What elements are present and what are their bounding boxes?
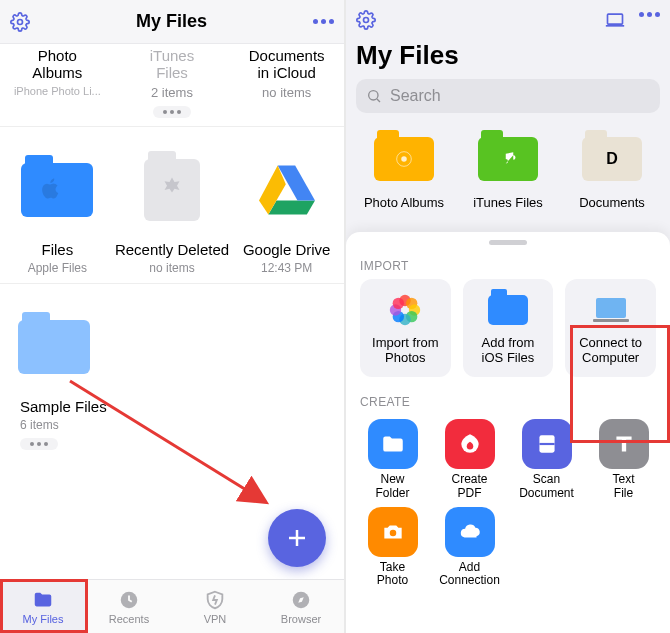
more-menu-icon[interactable] [639, 12, 660, 28]
create-label: NewFolder [375, 473, 409, 501]
connect-to-computer[interactable]: Connect toComputer [565, 279, 656, 377]
folder-icon: D [582, 137, 642, 181]
folder-icon [488, 290, 528, 330]
search-icon [366, 88, 382, 104]
tab-browser[interactable]: Browser [258, 580, 344, 633]
item-label: iTunesFiles [115, 48, 230, 81]
folder-icon [368, 419, 418, 469]
left-pane: My Files PhotoAlbums iPhone Photo Li... … [0, 0, 346, 633]
item-more-icon[interactable] [20, 438, 58, 450]
item-sub: no items [115, 261, 230, 275]
create-take-photo[interactable]: TakePhoto [354, 507, 431, 589]
scan-icon [522, 419, 572, 469]
create-label: TextFile [612, 473, 634, 501]
item-recently-deleted[interactable]: Recently Deleted no items [115, 145, 230, 275]
create-label: ScanDocument [519, 473, 574, 501]
folder-icon [18, 320, 90, 374]
compass-icon [290, 589, 312, 611]
tab-vpn[interactable]: VPN [172, 580, 258, 633]
folder-icon [21, 163, 93, 217]
trash-icon [144, 159, 200, 221]
tab-recents[interactable]: Recents [86, 580, 172, 633]
create-pdf[interactable]: CreatePDF [431, 419, 508, 501]
row-top: PhotoAlbums iPhone Photo Li... iTunesFil… [0, 44, 344, 127]
tab-my-files[interactable]: My Files [0, 580, 86, 633]
tab-label: Browser [281, 613, 321, 625]
item-photo-albums[interactable]: PhotoAlbums iPhone Photo Li... [0, 48, 115, 118]
item-google-drive[interactable]: Google Drive 12:43 PM [229, 145, 344, 275]
item-documents[interactable]: D Documents [564, 127, 660, 210]
item-label: Sample Files [0, 398, 114, 415]
create-scan-document[interactable]: ScanDocument [508, 419, 585, 501]
create-new-folder[interactable]: NewFolder [354, 419, 431, 501]
item-more-icon[interactable] [153, 106, 191, 118]
item-itunes-files[interactable]: iTunesFiles 2 items [115, 48, 230, 118]
section-import-title: IMPORT [346, 253, 670, 279]
camera-icon [368, 507, 418, 557]
create-label: TakePhoto [377, 561, 408, 589]
item-documents-icloud[interactable]: Documentsin iCloud no items [229, 48, 344, 118]
import-from-photos[interactable]: Import fromPhotos [360, 279, 451, 377]
pdf-icon [445, 419, 495, 469]
row-b: Files Apple Files Recently Deleted no it… [0, 127, 344, 284]
svg-point-20 [393, 298, 404, 309]
search-input[interactable]: Search [356, 79, 660, 113]
svg-rect-24 [539, 443, 554, 445]
photos-icon [385, 290, 425, 330]
action-sheet: IMPORT Import fromPhotos Add fromiOS Fil… [346, 232, 670, 633]
item-label: Photo Albums [356, 195, 452, 210]
folder-icon [32, 589, 54, 611]
create-add-connection[interactable]: AddConnection [431, 507, 508, 589]
row-c: Sample Files 6 items [0, 284, 344, 458]
svg-point-25 [389, 529, 396, 536]
item-files[interactable]: Files Apple Files [0, 145, 115, 275]
import-row: Import fromPhotos Add fromiOS Files Conn… [346, 279, 670, 377]
item-label: Documentsin iCloud [229, 48, 344, 81]
folder-icon [374, 137, 434, 181]
more-menu-icon[interactable] [313, 19, 334, 24]
svg-point-9 [369, 91, 378, 100]
import-label: Add fromiOS Files [482, 336, 535, 366]
left-header: My Files [0, 0, 344, 44]
page-title: My Files [136, 11, 207, 32]
svg-rect-21 [596, 298, 626, 318]
create-label: CreatePDF [451, 473, 487, 501]
item-label: Recently Deleted [115, 241, 230, 258]
laptop-icon[interactable] [605, 12, 625, 28]
text-icon [599, 419, 649, 469]
folder-icon [478, 137, 538, 181]
clock-icon [118, 589, 140, 611]
svg-rect-22 [593, 319, 629, 322]
gear-icon[interactable] [10, 12, 30, 32]
right-grid: Photo Albums iTunes Files D Documents [346, 123, 670, 210]
import-label: Import fromPhotos [372, 336, 438, 366]
item-itunes-files[interactable]: iTunes Files [460, 127, 556, 210]
right-pane: My Files Search Photo Albums iTunes File… [346, 0, 670, 633]
gear-icon[interactable] [356, 10, 376, 30]
item-photo-albums[interactable]: Photo Albums [356, 127, 452, 210]
tab-label: Recents [109, 613, 149, 625]
cloud-icon [445, 507, 495, 557]
sheet-handle[interactable] [489, 240, 527, 245]
item-label: Documents [564, 195, 660, 210]
svg-rect-7 [608, 14, 623, 24]
svg-line-10 [377, 99, 380, 102]
item-label: Google Drive [229, 241, 344, 258]
google-drive-icon [259, 165, 315, 215]
item-subsub: iPhone Photo Li... [0, 85, 115, 97]
left-body: PhotoAlbums iPhone Photo Li... iTunesFil… [0, 44, 344, 579]
svg-point-0 [18, 19, 23, 24]
item-label: PhotoAlbums [0, 48, 115, 81]
add-from-ios-files[interactable]: Add fromiOS Files [463, 279, 554, 377]
item-sample-files[interactable]: Sample Files 6 items [0, 302, 114, 450]
tab-bar: My Files Recents VPN Browser [0, 579, 344, 633]
page-title: My Files [346, 36, 670, 79]
create-text-file[interactable]: TextFile [585, 419, 662, 501]
create-label: AddConnection [439, 561, 500, 589]
laptop-icon [591, 290, 631, 330]
right-header [346, 0, 670, 36]
add-button[interactable] [268, 509, 326, 567]
item-sub: Apple Files [0, 261, 115, 275]
item-label: Files [0, 241, 115, 258]
svg-point-12 [401, 156, 407, 162]
